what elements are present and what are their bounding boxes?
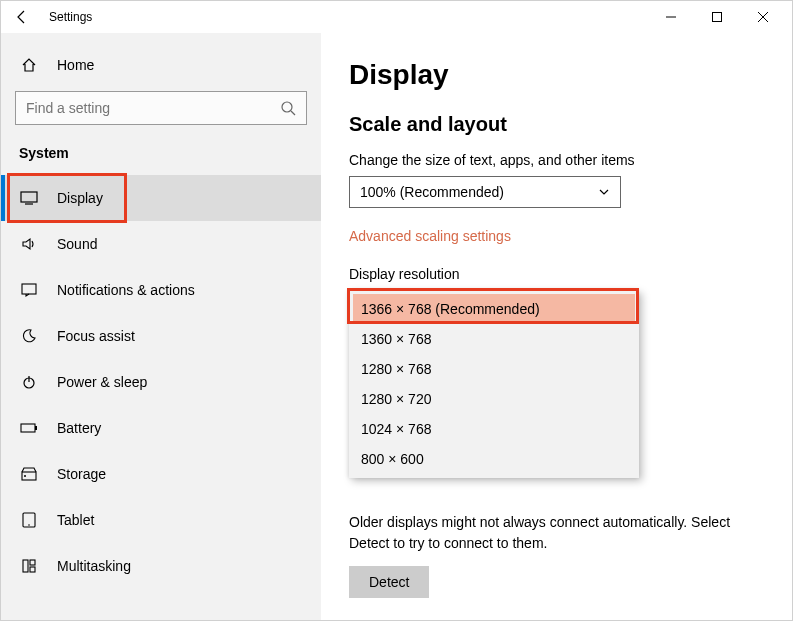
sidebar-item-storage[interactable]: Storage — [1, 451, 321, 497]
home-icon — [19, 57, 39, 73]
advanced-display-link[interactable]: Advanced display settings — [349, 618, 511, 620]
search-icon — [280, 100, 296, 116]
resolution-option[interactable]: 800 × 600 — [353, 444, 635, 474]
titlebar: Settings — [1, 1, 792, 33]
scale-value: 100% (Recommended) — [360, 184, 504, 200]
svg-rect-6 — [22, 284, 36, 294]
older-displays-text: Older displays might not always connect … — [349, 512, 764, 554]
window-body: Home System Display — [1, 33, 792, 620]
monitor-icon — [19, 191, 39, 205]
svg-rect-9 — [21, 424, 35, 432]
svg-point-14 — [28, 524, 30, 526]
content-area: Display Scale and layout Change the size… — [321, 33, 792, 620]
scale-select[interactable]: 100% (Recommended) — [349, 176, 621, 208]
sidebar-item-label: Sound — [57, 236, 97, 252]
resolution-label: Display resolution — [349, 266, 764, 282]
resolution-option[interactable]: 1360 × 768 — [353, 324, 635, 354]
svg-rect-10 — [35, 426, 37, 430]
sidebar-item-label: Display — [57, 190, 103, 206]
chevron-down-icon — [598, 186, 610, 198]
sidebar-item-notifications[interactable]: Notifications & actions — [1, 267, 321, 313]
sidebar-item-battery[interactable]: Battery — [1, 405, 321, 451]
multitasking-icon — [19, 559, 39, 573]
sidebar-item-focus-assist[interactable]: Focus assist — [1, 313, 321, 359]
sidebar-item-label: Power & sleep — [57, 374, 147, 390]
search-input[interactable] — [26, 100, 280, 116]
resolution-option[interactable]: 1280 × 720 — [353, 384, 635, 414]
sidebar-item-label: Multitasking — [57, 558, 131, 574]
search-box[interactable] — [15, 91, 307, 125]
home-nav[interactable]: Home — [1, 45, 321, 85]
minimize-button[interactable] — [648, 2, 694, 32]
svg-rect-16 — [30, 560, 35, 565]
sidebar-item-label: Storage — [57, 466, 106, 482]
svg-point-2 — [282, 102, 292, 112]
section-heading: Scale and layout — [349, 113, 764, 136]
resolution-option[interactable]: 1280 × 768 — [353, 354, 635, 384]
svg-rect-17 — [30, 567, 35, 572]
sound-icon — [19, 236, 39, 252]
svg-rect-1 — [713, 13, 722, 22]
sidebar-item-label: Battery — [57, 420, 101, 436]
svg-rect-15 — [23, 560, 28, 572]
storage-icon — [19, 467, 39, 481]
tablet-icon — [19, 512, 39, 528]
sidebar-item-label: Notifications & actions — [57, 282, 195, 298]
sidebar-item-sound[interactable]: Sound — [1, 221, 321, 267]
window-title: Settings — [49, 10, 92, 24]
advanced-scaling-link[interactable]: Advanced scaling settings — [349, 228, 511, 244]
power-icon — [19, 374, 39, 390]
sidebar: Home System Display — [1, 33, 321, 620]
maximize-button[interactable] — [694, 2, 740, 32]
svg-rect-4 — [21, 192, 37, 202]
page-title: Display — [349, 59, 764, 91]
section-title: System — [1, 139, 321, 175]
resolution-dropdown: 1366 × 768 (Recommended) 1360 × 768 1280… — [349, 290, 639, 478]
sidebar-item-display[interactable]: Display — [1, 175, 321, 221]
settings-window: Settings Home System — [0, 0, 793, 621]
moon-icon — [19, 328, 39, 344]
resolution-option[interactable]: 1024 × 768 — [353, 414, 635, 444]
scale-label: Change the size of text, apps, and other… — [349, 152, 764, 168]
detect-button[interactable]: Detect — [349, 566, 429, 598]
sidebar-item-power[interactable]: Power & sleep — [1, 359, 321, 405]
svg-line-3 — [291, 111, 295, 115]
resolution-option[interactable]: 1366 × 768 (Recommended) — [353, 294, 635, 324]
notifications-icon — [19, 282, 39, 298]
svg-point-12 — [24, 475, 26, 477]
back-button[interactable] — [7, 2, 37, 32]
nav-list: Display Sound Notifications & actions — [1, 175, 321, 589]
sidebar-item-multitasking[interactable]: Multitasking — [1, 543, 321, 589]
close-button[interactable] — [740, 2, 786, 32]
sidebar-item-label: Focus assist — [57, 328, 135, 344]
sidebar-item-label: Tablet — [57, 512, 94, 528]
home-label: Home — [57, 57, 94, 73]
sidebar-item-tablet[interactable]: Tablet — [1, 497, 321, 543]
battery-icon — [19, 422, 39, 434]
